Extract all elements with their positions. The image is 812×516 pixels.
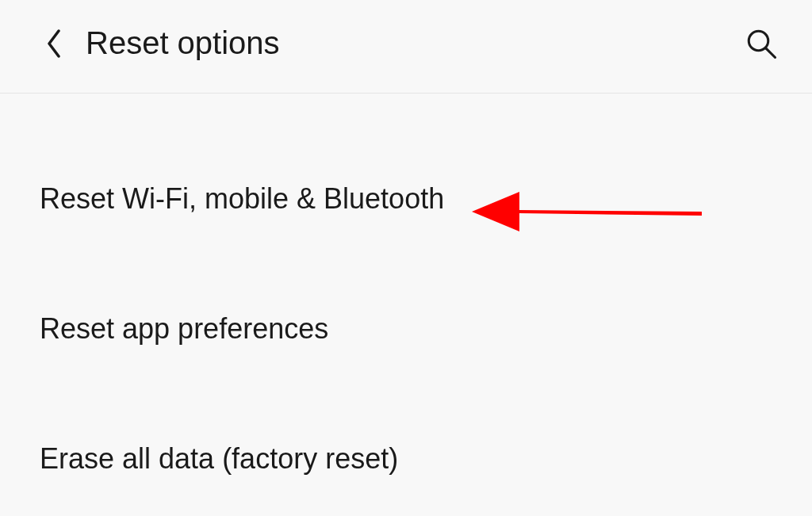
- chevron-left-icon: [46, 29, 62, 58]
- page-title: Reset options: [86, 25, 742, 61]
- option-label: Reset app preferences: [40, 312, 328, 345]
- search-icon: [745, 27, 778, 60]
- option-label: Reset Wi-Fi, mobile & Bluetooth: [40, 182, 444, 215]
- search-button[interactable]: [742, 25, 780, 63]
- svg-line-1: [766, 48, 775, 57]
- app-header: Reset options: [0, 0, 812, 94]
- option-label: Erase all data (factory reset): [40, 442, 398, 475]
- reset-wifi-mobile-bluetooth-option[interactable]: Reset Wi-Fi, mobile & Bluetooth: [40, 165, 772, 233]
- reset-app-preferences-option[interactable]: Reset app preferences: [40, 295, 772, 363]
- erase-all-data-option[interactable]: Erase all data (factory reset): [40, 425, 772, 493]
- options-list: Reset Wi-Fi, mobile & Bluetooth Reset ap…: [0, 94, 812, 493]
- back-button[interactable]: [46, 29, 62, 58]
